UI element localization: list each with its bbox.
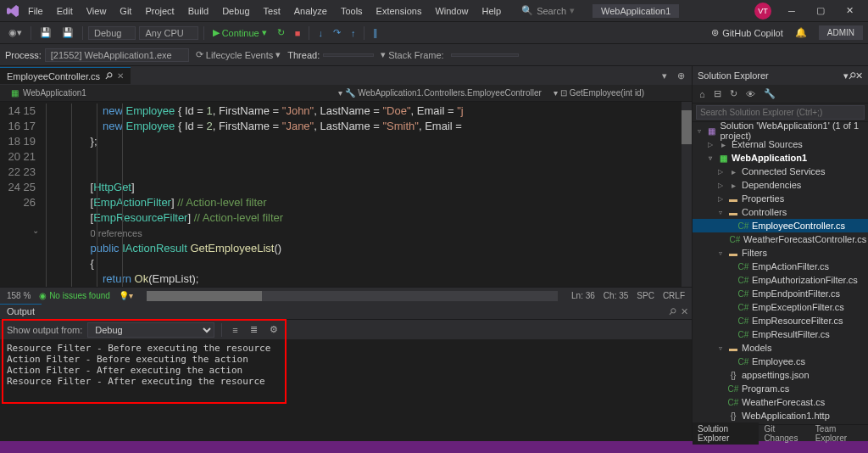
tree-item[interactable]: C#WeatherForecast.cs [693, 395, 868, 409]
solution-root[interactable]: ▿▦ Solution 'WebApplication1' (1 of 1 pr… [693, 124, 868, 137]
tab-overflow-icon[interactable]: ⊕ [674, 69, 688, 83]
output-source-dropdown[interactable]: Debug [87, 322, 214, 338]
nav-back-button[interactable]: ◉▾ [5, 25, 25, 40]
step-into-button[interactable]: ↓ [314, 26, 326, 40]
copilot-button[interactable]: ⊚ GitHub Copilot [706, 25, 788, 41]
menu-edit[interactable]: Edit [51, 3, 79, 19]
ref-icon: ▸ [727, 179, 739, 191]
solution-search-input[interactable] [696, 105, 865, 120]
tree-item[interactable]: C#Program.cs [693, 382, 868, 395]
tree-item[interactable]: {}WebApplication1.http [693, 409, 868, 422]
tree-item[interactable]: C#EmpResultFilter.cs [693, 327, 868, 341]
clear-output-icon[interactable]: ≡ [229, 323, 241, 337]
tree-item[interactable]: C#EmployeeController.cs [693, 219, 868, 232]
menu-build[interactable]: Build [182, 3, 214, 19]
menu-window[interactable]: Window [429, 3, 474, 19]
output-toolbar: Show output from: Debug ≡ ≣ ⚙ [0, 319, 692, 339]
thread-dropdown[interactable] [323, 53, 374, 57]
search-box[interactable]: 🔍 Search ▾ [515, 3, 581, 19]
crumb-class[interactable]: ▾ 🔧 WebApplication1.Controllers.Employee… [335, 87, 544, 98]
show-output-label: Show output from: [7, 325, 82, 335]
collapse-all-icon[interactable]: ⊟ [710, 87, 725, 101]
pin-icon[interactable]: ⚲ [103, 70, 115, 82]
main-toolbar: ◉▾ 💾 💾 Debug Any CPU ▶ Continue ▾ ↻ ■ ↓ … [0, 22, 868, 44]
sync-icon[interactable]: ↻ [726, 87, 741, 101]
tree-item[interactable]: ▿▬Filters [693, 246, 868, 260]
tree-item[interactable]: C#EmpExceptionFilter.cs [693, 300, 868, 314]
process-dropdown[interactable]: [21552] WebApplication1.exe [45, 48, 189, 62]
fold-icon: ▬ [727, 206, 739, 218]
menu-view[interactable]: View [81, 3, 113, 19]
stop-button[interactable]: ■ [292, 26, 304, 40]
output-text[interactable]: Resource Filter - Before executing the r… [0, 339, 692, 441]
editor-hscrollbar[interactable] [147, 291, 558, 301]
cs-icon: C# [737, 328, 749, 340]
maximize-button[interactable]: ▢ [807, 1, 834, 21]
show-all-icon[interactable]: 👁 [743, 87, 759, 101]
save-all-button[interactable]: 💾 [58, 25, 77, 40]
home-icon[interactable]: ⌂ [696, 87, 709, 101]
properties-icon[interactable]: 🔧 [760, 87, 779, 101]
fold-icon[interactable]: ⌄ [32, 226, 39, 235]
user-avatar[interactable]: VT [754, 3, 771, 20]
editor-vscrollbar[interactable] [682, 102, 692, 287]
continue-button[interactable]: ▶ Continue ▾ [209, 25, 270, 40]
output-settings-icon[interactable]: ⚙ [266, 322, 281, 337]
minimize-button[interactable]: ─ [778, 1, 805, 21]
lifecycle-events[interactable]: ⟳ Lifecycle Events ▾ [192, 48, 284, 62]
tree-item[interactable]: {}appsettings.json [693, 368, 868, 382]
close-window-button[interactable]: ✕ [836, 1, 863, 21]
code-editor[interactable]: 14 15 16 17 18 19 20 21 22 23 24 25 26 ⌄… [0, 102, 692, 287]
tree-item[interactable]: ▿▦WebApplication1 [693, 151, 868, 165]
tree-item[interactable]: C#EmpAuthorizationFilter.cs [693, 273, 868, 287]
step-out-button[interactable]: ↑ [348, 26, 359, 40]
tree-item[interactable]: C#EmpResourceFilter.cs [693, 314, 868, 327]
tab-git-changes[interactable]: Git Changes [759, 422, 810, 445]
menu-analyze[interactable]: Analyze [288, 3, 333, 19]
tree-item[interactable]: C#EmpEndpointFilter.cs [693, 287, 868, 300]
crumb-method[interactable]: ▾ ⊡ GetEmployee(int id) [550, 87, 648, 98]
project-icon: ▦ [8, 87, 20, 99]
output-tab[interactable]: Output [0, 304, 42, 319]
tree-item[interactable]: ▷▸Connected Services [693, 165, 868, 178]
preview-tab-icon[interactable]: ▾ [659, 69, 670, 83]
menu-git[interactable]: Git [114, 3, 137, 19]
config-dropdown[interactable]: Debug [88, 26, 136, 40]
save-button[interactable]: 💾 [36, 25, 55, 40]
menu-tools[interactable]: Tools [335, 3, 369, 19]
platform-dropdown[interactable]: Any CPU [139, 26, 198, 40]
toggle-wrap-icon[interactable]: ≣ [247, 322, 261, 337]
menu-test[interactable]: Test [258, 3, 287, 19]
menu-extensions[interactable]: Extensions [370, 3, 428, 19]
lightbulb-icon[interactable]: 💡▾ [119, 291, 133, 300]
tree-item[interactable]: C#EmpActionFilter.cs [693, 260, 868, 273]
tree-item[interactable]: C#WeatherForecastController.cs [693, 232, 868, 246]
pin-panel-icon[interactable]: ⚲ [666, 305, 679, 318]
restart-button[interactable]: ↻ [274, 25, 288, 40]
close-tab-icon[interactable]: ✕ [117, 71, 124, 81]
issues-indicator[interactable]: ◉ No issues found [39, 291, 110, 300]
tree-item[interactable]: ▷▸Dependencies [693, 178, 868, 192]
tree-item[interactable]: C#Employee.cs [693, 355, 868, 368]
tree-item[interactable]: ▷▬Properties [693, 192, 868, 205]
tree-item[interactable]: ▿▬Models [693, 341, 868, 355]
tree-item[interactable]: ▿▬Controllers [693, 205, 868, 219]
menu-file[interactable]: File [22, 3, 49, 19]
menu-project[interactable]: Project [139, 3, 180, 19]
step-over-button[interactable]: ↷ [330, 25, 344, 40]
tab-solution-explorer[interactable]: Solution Explorer [693, 422, 759, 445]
notifications-icon[interactable]: 🔔 [792, 25, 810, 40]
menu-help[interactable]: Help [476, 3, 508, 19]
tab-team-explorer[interactable]: Team Explorer [810, 422, 868, 445]
ref-icon: ▸ [717, 138, 729, 150]
stack-label: ▾ Stack Frame: [377, 48, 447, 62]
stackframe-dropdown[interactable] [451, 53, 519, 57]
tab-employee-controller[interactable]: EmployeeController.cs ⚲ ✕ [0, 67, 131, 84]
thread-label: Thread: [287, 50, 320, 60]
pause-button[interactable]: ‖ [370, 25, 381, 40]
crumb-project[interactable]: ▦ WebApplication1 [5, 87, 90, 100]
zoom-level[interactable]: 158 % [7, 291, 31, 300]
menu-debug[interactable]: Debug [216, 3, 255, 19]
menubar: FileEditViewGitProjectBuildDebugTestAnal… [0, 0, 868, 22]
close-panel-icon[interactable]: ✕ [681, 306, 688, 317]
